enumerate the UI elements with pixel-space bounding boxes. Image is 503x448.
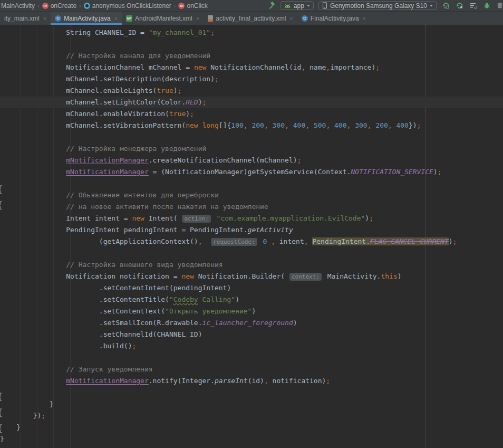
tab-label: activity_final_acttivity.xml [216,15,286,22]
code-line: Intent intent = new Intent( action: "com… [0,213,503,224]
tab-label: AndroidManifest.xml [135,15,192,22]
code-line: PendingIntent pendingIntent = PendingInt… [0,224,503,236]
tab-mainactivity-java[interactable]: CMainActivity.java× [51,12,122,25]
code-line: // Обьявление интентов для переброски [0,189,503,201]
gutter-marker: { [0,392,3,402]
editor-tabs: ity_main.xml×CMainActivity.java×MFAndroi… [0,12,503,25]
code-line: } [0,398,503,410]
chevron-down-icon [307,5,310,7]
breadcrumb-item-anonymous-onclicklistener[interactable]: anonymous OnClickListener [84,2,171,9]
code-line [0,387,503,398]
manifest-file-icon: MF [126,15,132,22]
code-line: .setContentTitle("Codeby Calling") [0,294,503,306]
tab-androidmanifest-xml[interactable]: MFAndroidManifest.xml× [122,12,204,25]
main-toolbar: MainActivity›monCreate›anonymous OnClick… [0,0,503,12]
debug-icon[interactable] [482,1,491,10]
code-line: Notification notification = new Notifica… [0,271,503,282]
code-line [0,247,503,259]
android-head-icon [284,3,291,8]
breadcrumb-separator: › [79,3,81,9]
parameter-hint: requestCode: [211,238,257,246]
code-line: mChannel.setDescription(description); [0,73,503,85]
device-label: Genymotion Samsung Galaxy S10 [330,2,427,9]
tab-label: ity_main.xml [4,15,40,22]
build-variants-icon[interactable] [469,1,478,10]
tab-activity-final-acttivity-xml[interactable]: activity_final_acttivity.xml× [204,12,297,25]
method-icon: m [42,3,49,9]
code-line: } [0,422,503,433]
breadcrumb: MainActivity›monCreate›anonymous OnClick… [0,2,267,9]
code-line [0,178,503,189]
tab-ity-main-xml[interactable]: ity_main.xml× [0,12,51,25]
build-hammer-icon[interactable] [267,1,276,10]
close-icon[interactable]: × [289,15,293,22]
breadcrumb-label: onClick [187,2,207,9]
code-line: (getApplicationContext(), requestCode: 0… [0,236,503,247]
profile-icon[interactable] [496,1,503,10]
code-line: NotificationChannel mChannel = new Notif… [0,62,503,73]
run-configuration-label: app [294,2,304,9]
xml-file-icon [208,15,213,22]
parameter-hint: context: [289,273,322,281]
breadcrumb-label: MainActivity [1,2,35,9]
toolbar-actions: app Genymotion Samsung Galaxy S10 [267,1,503,10]
code-line: // Настройка менеджера уведомлений [0,143,503,155]
class-file-icon: C [55,15,61,22]
code-line: // Запуск уведомления [0,364,503,375]
close-icon[interactable]: × [196,15,199,22]
apply-code-changes-icon[interactable]: A [455,1,464,10]
parameter-hint: action: [182,215,210,223]
gutter-marker: { [0,184,3,195]
method-icon: m [178,3,185,9]
code-line: mChannel.enableLights(true); [0,85,503,97]
code-line: mNotificationManager = (NotificationMana… [0,166,503,178]
code-line: // Настройка внешнего вида уведомления [0,259,503,271]
code-line: .setSmallIcon(R.drawable.ic_launcher_for… [0,317,503,329]
gutter-marker: { [0,407,3,418]
chevron-down-icon [430,5,433,7]
code-line: // Настройка канала для уведомлений [0,50,503,62]
anonymous-class-icon [84,3,90,9]
code-line: mChannel.enableVibration(true); [0,108,503,120]
breadcrumb-label: anonymous OnClickListener [92,2,171,9]
code-line: }); [0,410,503,422]
code-line: } [0,433,503,445]
tab-label: FinalActtivity.java [311,15,359,22]
code-lines: String CHANNEL_ID = "my_channel_01"; // … [0,25,503,445]
gutter-marker: { [0,423,3,434]
run-configuration-select[interactable]: app [280,1,314,10]
breadcrumb-item-oncreate[interactable]: monCreate [42,2,76,9]
class-file-icon: C [302,15,308,22]
close-icon[interactable]: × [43,15,46,22]
code-line: mNotificationManager.createNotificationC… [0,155,503,166]
tab-label: MainActivity.java [64,15,110,22]
code-line: mChannel.setVibrationPattern(new long[]{… [0,120,503,131]
rerun-icon[interactable] [441,1,450,10]
code-line: .setContentIntent(pendingIntent) [0,282,503,294]
code-line [0,352,503,364]
code-line [0,39,503,50]
breadcrumb-separator: › [37,3,40,9]
code-line [0,131,503,143]
code-line: .setContentText("Открыть уведомление") [0,306,503,317]
breadcrumb-label: onCreate [51,2,76,9]
code-editor[interactable]: { { { { { String CHANNEL_ID = "my_channe… [0,25,503,448]
gutter-marker: { [0,200,3,211]
ide-window: MainActivity›monCreate›anonymous OnClick… [0,0,503,448]
tab-finalacttivity-java[interactable]: CFinalActtivity.java× [297,12,370,25]
breadcrumb-item-onclick[interactable]: monClick [178,2,207,9]
code-line: // на новое активити после нажатия на ув… [0,201,503,213]
device-phone-icon [322,2,327,9]
breadcrumb-separator: › [174,3,176,9]
code-line: .setChannelId(CHANNEL_ID) [0,329,503,340]
close-icon[interactable]: × [363,15,366,22]
breadcrumb-item-mainactivity[interactable]: MainActivity [1,2,35,9]
svg-text:A: A [460,5,462,9]
code-line: mChannel.setLightColor(Color.RED); [0,97,503,108]
close-icon[interactable]: × [114,15,118,22]
device-select[interactable]: Genymotion Samsung Galaxy S10 [318,1,437,10]
code-line: String CHANNEL_ID = "my_channel_01"; [0,27,503,39]
code-line: .build(); [0,340,503,352]
code-line: mNotificationManager.notify(Integer.pars… [0,375,503,387]
